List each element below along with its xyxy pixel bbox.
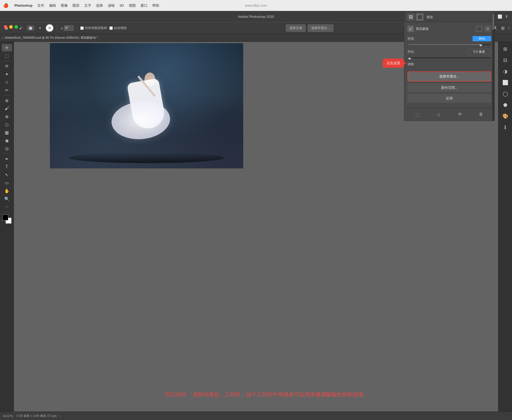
menu-view[interactable]: 视图: [129, 3, 136, 8]
dancer-figure: [109, 59, 184, 152]
hand-tool[interactable]: ✋: [2, 187, 12, 195]
visibility-icon[interactable]: 👁: [456, 111, 464, 118]
menu-3d[interactable]: 3D: [119, 3, 124, 7]
watermark: www.Mac.com: [245, 3, 267, 7]
auto-enhance-checkbox[interactable]: [109, 26, 113, 30]
floor-shadow: [69, 152, 224, 163]
status-arrow[interactable]: ›: [60, 414, 61, 418]
menu-help[interactable]: 帮助: [152, 3, 159, 8]
brush-size-preview: 30: [46, 24, 54, 32]
gradients-icon[interactable]: ◯: [500, 89, 510, 99]
healing-brush[interactable]: ⊕: [2, 97, 12, 104]
feather-row: 羽化:: [407, 49, 491, 55]
zoom-tool[interactable]: 🔍: [2, 195, 12, 203]
maximize-button[interactable]: [14, 25, 18, 29]
mask-apply-icon[interactable]: ⬛: [476, 25, 483, 32]
lasso-tool[interactable]: ⟳: [2, 62, 12, 70]
menu-text[interactable]: 文字: [84, 3, 91, 8]
minimize-button[interactable]: [9, 25, 13, 29]
sample-all-layers-label: 对所有图层取样: [85, 26, 107, 30]
density-slider-track[interactable]: [408, 44, 491, 45]
tab-image-icon[interactable]: 🖼: [407, 13, 414, 21]
brush-tool[interactable]: 🖌: [17, 25, 25, 31]
feather-label: 羽化:: [407, 50, 415, 54]
menu-filter[interactable]: 滤镜: [108, 3, 115, 8]
path-select[interactable]: ↖: [2, 171, 12, 179]
feather-input[interactable]: [467, 49, 491, 55]
canvas-image: [50, 43, 243, 168]
tool-separator-2: [3, 95, 11, 95]
adjustments-icon[interactable]: ◑: [500, 66, 510, 76]
tooltip-bubble: 点击这里: [383, 59, 404, 68]
gradient-tool[interactable]: ▦: [2, 129, 12, 136]
properties-icon[interactable]: ⊞: [500, 44, 510, 54]
toolbar-right-icons: 🔍 ⊞ ↑: [493, 26, 510, 31]
apply-mask-icon[interactable]: ◇: [435, 111, 442, 118]
move-tool[interactable]: ✛: [2, 44, 12, 51]
panel-scrollbar[interactable]: [492, 14, 494, 121]
extra-tools[interactable]: ···: [2, 203, 12, 211]
feather-slider-thumb[interactable]: [408, 58, 411, 60]
info-icon[interactable]: ℹ: [500, 122, 510, 132]
arrange-icon[interactable]: ⬜: [498, 14, 502, 19]
tab-mask-icon[interactable]: ⬛: [416, 13, 423, 21]
adjust-label: 调整:: [407, 62, 415, 67]
brush-size-label: 30: [48, 27, 51, 30]
density-slider-fill: [408, 44, 481, 45]
shape-tool[interactable]: ▭: [2, 179, 12, 187]
crop-tool[interactable]: ⊹: [2, 78, 12, 86]
share-icon[interactable]: ⬆: [505, 14, 509, 19]
refine-tool[interactable]: ✦: [37, 25, 43, 31]
status-bar: 66.67% 1728 像素 x 1100 像素 (72 ppi) ›: [0, 411, 512, 420]
menu-layer[interactable]: 图层: [73, 3, 79, 8]
feather-slider-track[interactable]: [408, 57, 491, 58]
menu-edit[interactable]: 编辑: [49, 3, 56, 8]
mask-refine-icon[interactable]: ⊡: [484, 25, 491, 32]
menu-photoshop[interactable]: Photoshop: [14, 3, 33, 7]
select-and-mask-button[interactable]: 选择并遮住...: [407, 71, 491, 82]
density-label: 密度:: [407, 37, 415, 41]
tab-close-button[interactable]: ×: [2, 36, 4, 39]
density-slider-thumb[interactable]: [479, 45, 482, 47]
panel-content: 🖌 图层蒙版 ⬛ ⊡ 密度: 羽化:: [404, 22, 494, 108]
color-swatches[interactable]: [2, 215, 11, 224]
delete-mask-icon[interactable]: 🗑: [477, 111, 485, 118]
blur-tool[interactable]: ◉: [2, 137, 12, 144]
dodge-tool[interactable]: ◎: [2, 145, 12, 152]
magic-wand[interactable]: ✦: [2, 70, 12, 78]
color-range-button[interactable]: 颜色范围...: [407, 83, 491, 92]
close-button[interactable]: [4, 25, 7, 29]
left-toolbar: ✛ ⬚ ⟳ ✦ ⊹ ✏ ⊕ 🖌 ⊗ ◻ ▦ ◉ ◎ ✒ T ↖ ▭ ✋ 🔍 ··…: [0, 42, 14, 411]
text-tool[interactable]: T: [2, 163, 12, 171]
eraser-tool[interactable]: ◻: [2, 121, 12, 128]
patterns-icon[interactable]: ⬟: [500, 100, 510, 110]
menu-select[interactable]: 选择: [96, 3, 103, 8]
stamp-tool[interactable]: ⊗: [2, 113, 12, 120]
select-subject-button[interactable]: 选择主体: [286, 25, 306, 32]
density-input[interactable]: [473, 36, 491, 41]
invert-button[interactable]: 反相: [407, 94, 491, 103]
selection-tool[interactable]: ⬚: [2, 52, 12, 59]
swatches-icon[interactable]: 🎨: [500, 111, 510, 121]
properties-panel: 属性 >> ☰ 🖼 ⬛ 蒙版 🖌 图层蒙版 ⬛ ⊡ 密度:: [404, 3, 495, 121]
brush-tool-left[interactable]: 🖌: [2, 105, 12, 112]
selection-brush-tool[interactable]: ⬤: [27, 25, 34, 31]
pen-tool[interactable]: ✒: [2, 155, 12, 163]
share-icon-toolbar[interactable]: ↑: [508, 26, 510, 30]
brushes-icon[interactable]: ⬜: [500, 78, 510, 88]
select-and-mask-toolbar-button[interactable]: 选择并遮住...: [308, 25, 333, 32]
grid-icon[interactable]: ⊞: [501, 26, 505, 31]
angle-input[interactable]: [64, 25, 74, 31]
foreground-color-swatch[interactable]: [2, 215, 8, 220]
eyedropper[interactable]: ✏: [2, 86, 12, 94]
menu-window[interactable]: 窗口: [141, 3, 147, 8]
separator-3: [77, 25, 77, 31]
menu-file[interactable]: 文件: [37, 3, 44, 8]
mask-title-row: 🖌 图层蒙版: [407, 26, 429, 32]
selection-icon[interactable]: ⬚: [414, 111, 421, 118]
density-row: 密度:: [407, 36, 491, 41]
layers-icon[interactable]: ⊟: [500, 55, 510, 65]
sample-all-layers-checkbox[interactable]: [80, 26, 84, 30]
apple-icon[interactable]: 🍎: [3, 3, 9, 8]
menu-image[interactable]: 图像: [61, 3, 68, 8]
